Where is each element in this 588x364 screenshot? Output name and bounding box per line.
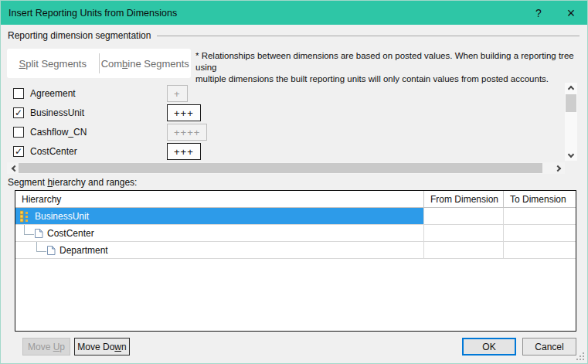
posted-values-note: * Relationships between dimensions are b…: [195, 50, 586, 85]
segment-level-button[interactable]: ++++: [167, 124, 207, 141]
hierarchy-cell[interactable]: CostCenter: [15, 225, 423, 242]
close-button[interactable]: ×: [555, 1, 587, 25]
help-icon: ?: [535, 7, 542, 19]
dimension-checkbox[interactable]: [13, 127, 24, 138]
segment-hierarchy-label: Segment hierarchy and ranges:: [8, 177, 137, 188]
hierarchy-icon: [20, 210, 31, 223]
from-dimension-cell[interactable]: [423, 225, 503, 242]
dimension-label: BusinessUnit: [30, 107, 84, 118]
vertical-scrollbar[interactable]: [565, 83, 577, 161]
move-down-button[interactable]: Move Down: [74, 338, 130, 355]
to-dimension-cell[interactable]: [503, 225, 576, 242]
scroll-up-icon[interactable]: [565, 83, 577, 93]
insert-reporting-units-dialog: Insert Reporting Units from Dimensions ?…: [0, 0, 588, 364]
section-rule: [157, 36, 580, 36]
section-header: Reporting dimension segmentation: [8, 30, 580, 41]
dimension-list: Agreement+✓BusinessUnit+++Cashflow_CN+++…: [7, 83, 565, 161]
dimension-label: Agreement: [30, 88, 76, 99]
dimension-checkbox[interactable]: ✓: [13, 107, 24, 118]
dimension-checkbox[interactable]: ✓: [13, 146, 24, 157]
move-up-button[interactable]: Move Up: [22, 338, 70, 355]
dimension-label: Cashflow_CN: [30, 127, 87, 138]
cancel-button[interactable]: Cancel: [522, 338, 576, 355]
column-to-dimension: To Dimension: [503, 191, 576, 208]
ok-button[interactable]: OK: [462, 338, 516, 355]
hierarchy-cell[interactable]: Department: [15, 242, 423, 259]
hierarchy-node-label: CostCenter: [47, 228, 94, 239]
from-dimension-cell[interactable]: [423, 242, 503, 259]
dimension-row: Agreement+: [7, 85, 565, 104]
tree-connector: [24, 225, 34, 235]
close-icon: ×: [567, 8, 576, 19]
page-icon: [46, 245, 56, 256]
hscroll-thumb[interactable]: [19, 163, 542, 173]
dimension-row: ✓CostCenter+++: [7, 143, 565, 162]
table-header: Hierarchy From Dimension To Dimension: [15, 191, 576, 208]
vscroll-thumb[interactable]: [566, 94, 576, 112]
section-label: Reporting dimension segmentation: [8, 30, 151, 41]
hierarchy-table: Hierarchy From Dimension To Dimension Bu…: [15, 190, 576, 332]
segment-level-button[interactable]: +++: [167, 143, 201, 160]
segment-level-button[interactable]: +++: [167, 104, 201, 121]
from-dimension-cell[interactable]: [423, 208, 503, 225]
page-icon: [34, 228, 43, 239]
tree-connector: [36, 242, 46, 252]
help-button[interactable]: ?: [522, 1, 555, 25]
to-dimension-cell[interactable]: [503, 242, 576, 259]
resize-grip-icon[interactable]: [576, 352, 584, 360]
dimension-label: CostCenter: [30, 146, 77, 157]
dimension-row: Cashflow_CN++++: [7, 124, 565, 143]
tab-combine-segments[interactable]: Combine Segments: [100, 58, 192, 70]
segment-level-button[interactable]: +: [167, 85, 188, 102]
window-title: Insert Reporting Units from Dimensions: [8, 8, 177, 19]
titlebar: Insert Reporting Units from Dimensions ?…: [1, 1, 587, 25]
scroll-down-icon[interactable]: [565, 151, 577, 161]
column-hierarchy: Hierarchy: [15, 191, 423, 208]
hierarchy-node-label: Department: [59, 245, 108, 256]
tab-split-segments[interactable]: Split Segments: [7, 58, 99, 70]
table-row[interactable]: CostCenter: [15, 225, 576, 242]
to-dimension-cell[interactable]: [503, 208, 576, 225]
table-body: BusinessUnitCostCenterDepartment: [15, 208, 576, 259]
hierarchy-cell[interactable]: BusinessUnit: [15, 208, 423, 225]
hierarchy-node-label: BusinessUnit: [35, 211, 89, 222]
dimension-checkbox[interactable]: [13, 88, 24, 99]
dimension-row: ✓BusinessUnit+++: [7, 104, 565, 124]
table-row[interactable]: BusinessUnit: [15, 208, 576, 225]
table-row[interactable]: Department: [15, 242, 576, 259]
column-from-dimension: From Dimension: [423, 191, 503, 208]
horizontal-scrollbar[interactable]: [7, 162, 565, 174]
scroll-right-icon[interactable]: [552, 163, 565, 173]
segment-mode-tabs: Split Segments Combine Segments: [7, 49, 191, 78]
scroll-left-icon[interactable]: [7, 163, 19, 173]
